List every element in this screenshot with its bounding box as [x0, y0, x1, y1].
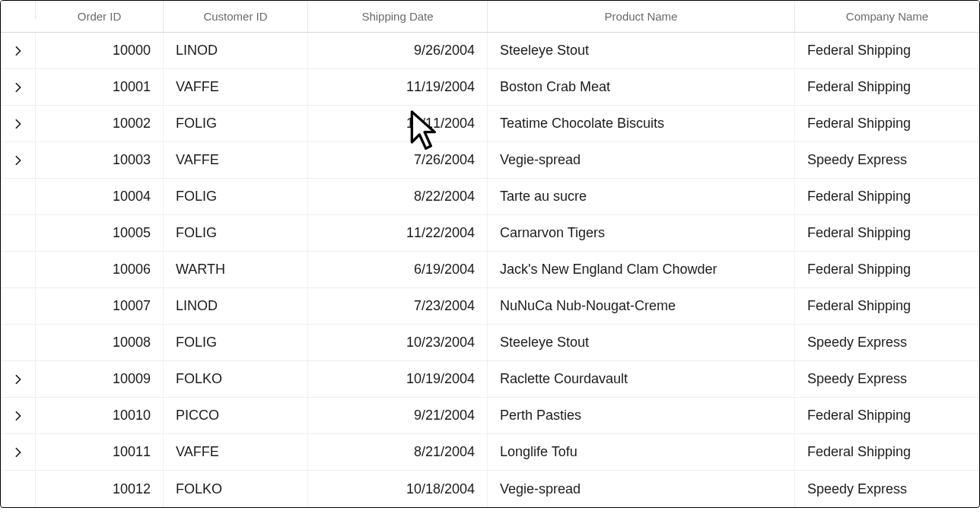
grid-header-row: Order ID Customer ID Shipping Date Produ… — [1, 1, 979, 33]
cell-shipdate: 10/19/2004 — [308, 361, 488, 397]
expand-cell — [1, 325, 36, 360]
table-row[interactable]: 10007LINOD7/23/2004NuNuCa Nub-Nougat-Cre… — [1, 288, 979, 325]
cell-shipdate: 8/22/2004 — [308, 179, 488, 214]
expand-cell[interactable] — [1, 361, 36, 397]
expand-cell — [1, 288, 36, 324]
header-orderid[interactable]: Order ID — [36, 1, 164, 32]
cell-orderid: 10001 — [36, 69, 164, 105]
expand-cell — [1, 215, 36, 251]
table-row[interactable]: 10005FOLIG11/22/2004Carnarvon TigersFede… — [1, 215, 979, 252]
chevron-right-icon[interactable] — [13, 155, 24, 166]
table-row[interactable]: 10011VAFFE8/21/2004Longlife TofuFederal … — [1, 434, 979, 471]
table-row[interactable]: 10002FOLIG11/11/2004Teatime Chocolate Bi… — [1, 106, 979, 142]
cell-product: Longlife Tofu — [488, 434, 795, 470]
expand-cell[interactable] — [1, 434, 36, 470]
cell-customerid: VAFFE — [164, 69, 308, 105]
cell-customerid: VAFFE — [164, 142, 308, 178]
cell-product: Boston Crab Meat — [488, 69, 795, 105]
header-expand — [1, 1, 36, 19]
chevron-right-icon[interactable] — [13, 374, 24, 385]
cell-shipdate: 7/23/2004 — [308, 288, 488, 324]
table-row[interactable]: 10010PICCO9/21/2004Perth PastiesFederal … — [1, 398, 979, 434]
chevron-right-icon[interactable] — [13, 447, 24, 458]
header-customerid[interactable]: Customer ID — [164, 1, 308, 32]
header-product[interactable]: Product Name — [488, 1, 795, 32]
table-row[interactable]: 10009FOLKO10/19/2004Raclette Courdavault… — [1, 361, 979, 398]
cell-shipdate: 6/19/2004 — [308, 252, 488, 287]
table-row[interactable]: 10008FOLIG10/23/2004Steeleye StoutSpeedy… — [1, 325, 979, 361]
data-grid: Order ID Customer ID Shipping Date Produ… — [0, 0, 980, 508]
cell-shipdate: 11/11/2004 — [308, 106, 488, 141]
cell-company: Speedy Express — [795, 142, 979, 178]
cell-company: Federal Shipping — [795, 215, 979, 251]
cell-orderid: 10004 — [36, 179, 164, 214]
cell-product: Jack's New England Clam Chowder — [488, 252, 795, 287]
cell-customerid: VAFFE — [164, 434, 308, 470]
chevron-right-icon[interactable] — [13, 411, 24, 421]
cell-product: NuNuCa Nub-Nougat-Creme — [488, 288, 795, 324]
cell-customerid: FOLKO — [164, 471, 308, 507]
cell-company: Federal Shipping — [795, 288, 979, 324]
cell-product: Perth Pasties — [488, 398, 795, 433]
cell-customerid: LINOD — [164, 288, 308, 324]
table-row[interactable]: 10001VAFFE11/19/2004Boston Crab MeatFede… — [1, 69, 979, 106]
cell-product: Vegie-spread — [488, 142, 795, 178]
table-row[interactable]: 10003VAFFE7/26/2004Vegie-spreadSpeedy Ex… — [1, 142, 979, 179]
chevron-right-icon[interactable] — [13, 46, 24, 56]
cell-product: Steeleye Stout — [488, 33, 795, 68]
cell-company: Federal Shipping — [795, 69, 979, 105]
cell-customerid: WARTH — [164, 252, 308, 287]
cell-orderid: 10006 — [36, 252, 164, 287]
cell-company: Federal Shipping — [795, 434, 979, 470]
cell-company: Speedy Express — [795, 325, 979, 360]
cell-customerid: LINOD — [164, 33, 308, 68]
cell-shipdate: 11/22/2004 — [308, 215, 488, 251]
cell-orderid: 10007 — [36, 288, 164, 324]
cell-product: Raclette Courdavault — [488, 361, 795, 397]
header-company[interactable]: Company Name — [795, 1, 979, 32]
cell-customerid: PICCO — [164, 398, 308, 433]
expand-cell — [1, 179, 36, 214]
cell-company: Federal Shipping — [795, 106, 979, 141]
cell-orderid: 10009 — [36, 361, 164, 397]
table-row[interactable]: 10006WARTH6/19/2004Jack's New England Cl… — [1, 252, 979, 288]
expand-cell[interactable] — [1, 142, 36, 178]
cell-product: Tarte au sucre — [488, 179, 795, 214]
cell-orderid: 10003 — [36, 142, 164, 178]
cell-product: Vegie-spread — [488, 471, 795, 507]
cell-orderid: 10002 — [36, 106, 164, 141]
cell-company: Speedy Express — [795, 361, 979, 397]
cell-company: Federal Shipping — [795, 398, 979, 433]
cell-shipdate: 10/18/2004 — [308, 471, 488, 507]
header-shipdate[interactable]: Shipping Date — [308, 1, 488, 32]
cell-shipdate: 11/19/2004 — [308, 69, 488, 105]
cell-product: Carnarvon Tigers — [488, 215, 795, 251]
chevron-right-icon[interactable] — [13, 119, 24, 129]
cell-company: Speedy Express — [795, 471, 979, 507]
cell-orderid: 10008 — [36, 325, 164, 360]
cell-orderid: 10000 — [36, 33, 164, 68]
expand-cell — [1, 471, 36, 507]
cell-shipdate: 8/21/2004 — [308, 434, 488, 470]
expand-cell[interactable] — [1, 69, 36, 105]
cell-shipdate: 7/26/2004 — [308, 142, 488, 178]
table-row[interactable]: 10012FOLKO10/18/2004Vegie-spreadSpeedy E… — [1, 471, 979, 507]
expand-cell — [1, 252, 36, 287]
expand-cell[interactable] — [1, 106, 36, 141]
cell-customerid: FOLKO — [164, 361, 308, 397]
expand-cell[interactable] — [1, 398, 36, 433]
cell-orderid: 10011 — [36, 434, 164, 470]
cell-product: Teatime Chocolate Biscuits — [488, 106, 795, 141]
cell-orderid: 10010 — [36, 398, 164, 433]
cell-shipdate: 9/21/2004 — [308, 398, 488, 433]
cell-shipdate: 9/26/2004 — [308, 33, 488, 68]
chevron-right-icon[interactable] — [13, 82, 24, 93]
cell-company: Federal Shipping — [795, 252, 979, 287]
expand-cell[interactable] — [1, 33, 36, 68]
table-row[interactable]: 10004FOLIG8/22/2004Tarte au sucreFederal… — [1, 179, 979, 215]
cell-customerid: FOLIG — [164, 106, 308, 141]
cell-customerid: FOLIG — [164, 325, 308, 360]
cell-orderid: 10005 — [36, 215, 164, 251]
table-row[interactable]: 10000LINOD9/26/2004Steeleye StoutFederal… — [1, 33, 979, 69]
cell-shipdate: 10/23/2004 — [308, 325, 488, 360]
